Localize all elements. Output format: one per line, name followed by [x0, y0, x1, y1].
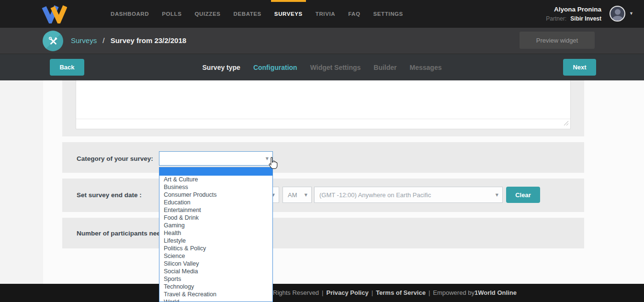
wizard-tabs: Survey typeConfigurationWidget SettingsB… [0, 54, 644, 81]
breadcrumb-separator: / [102, 36, 104, 45]
nav-item[interactable]: QUIZZES [195, 0, 221, 28]
footer-separator: | [322, 289, 323, 296]
brand-logo-icon[interactable] [41, 4, 67, 25]
wizard-tab[interactable]: Survey type [203, 64, 240, 71]
avatar-head-shape [615, 9, 621, 15]
breadcrumb-bar: Surveys / Survey from 23/2/2018 Preview … [0, 28, 644, 54]
breadcrumb-surveys-link[interactable]: Surveys [71, 36, 97, 45]
avatar-shoulders-shape [612, 16, 623, 22]
footer-text: Rights Reserved|Privacy Policy|Terms of … [273, 289, 517, 296]
end-date-label: Set survey end date : [77, 191, 142, 199]
category-option[interactable]: Food & Drink [159, 214, 272, 222]
textarea-resize-handle[interactable] [564, 119, 569, 128]
partner-name: Sibir Invest [570, 15, 601, 22]
am-pm-select[interactable]: AM ▼ [282, 187, 312, 203]
user-info[interactable]: Alyona Pronina Partner: Sibir Invest [546, 5, 601, 23]
participants-label: Number of participants needed [77, 230, 172, 237]
next-button[interactable]: Next [563, 59, 596, 76]
category-option[interactable] [159, 168, 272, 176]
category-select[interactable]: ▼ [159, 151, 273, 166]
survey-description-textarea[interactable] [76, 80, 571, 129]
category-option[interactable]: Health [159, 229, 272, 237]
textarea-divider [76, 119, 570, 119]
user-name: Alyona Pronina [546, 5, 601, 14]
nav-item[interactable]: DASHBOARD [111, 0, 149, 28]
wizard-tab[interactable]: Widget Settings [310, 64, 361, 71]
footer-part: Rights Reserved [273, 289, 319, 296]
user-menu-caret-icon[interactable]: ▼ [629, 11, 633, 16]
category-option[interactable]: Science [159, 252, 272, 260]
wizard-tab-bar: Back Survey typeConfigurationWidget Sett… [0, 54, 644, 80]
category-option[interactable]: Social Media [159, 268, 272, 275]
category-option[interactable]: Silicon Valley [159, 260, 272, 268]
am-pm-value: AM [288, 191, 297, 199]
category-label: Category of your survey: [77, 155, 153, 162]
main-nav: DASHBOARDPOLLSQUIZZESDEBATESSURVEYSTRIVI… [111, 0, 403, 28]
partner-label: Partner: [546, 15, 566, 22]
footer-separator: | [372, 289, 373, 296]
left-rail [0, 80, 43, 284]
nav-item[interactable]: DEBATES [234, 0, 261, 28]
logo-w-icon [41, 4, 67, 23]
chevron-down-icon: ▼ [496, 193, 498, 197]
category-option[interactable]: Sports [159, 275, 272, 283]
category-option[interactable]: Lifestyle [159, 237, 272, 245]
timezone-select[interactable]: (GMT -12:00) Anywhere on Earth Pacific ▼ [314, 187, 503, 203]
footer-part[interactable]: Privacy Policy [327, 289, 369, 296]
nav-item[interactable]: SETTINGS [373, 0, 403, 28]
top-navigation-bar: DASHBOARDPOLLSQUIZZESDEBATESSURVEYSTRIVI… [0, 0, 644, 28]
footer-part: Empowered by [433, 289, 475, 296]
breadcrumb: Surveys / Survey from 23/2/2018 [71, 36, 186, 45]
preview-widget-button[interactable]: Preview widget [520, 32, 595, 49]
wizard-tab[interactable]: Configuration [253, 64, 297, 71]
footer: Rights Reserved|Privacy Policy|Terms of … [0, 284, 644, 302]
category-option[interactable]: Technology [159, 283, 272, 291]
wizard-tab[interactable]: Builder [373, 64, 396, 71]
user-avatar[interactable] [610, 6, 625, 22]
category-option[interactable]: Gaming [159, 222, 272, 229]
nav-item[interactable]: SURVEYS [274, 0, 303, 28]
nav-item[interactable]: FAQ [348, 0, 360, 28]
nav-item[interactable]: POLLS [162, 0, 181, 28]
screen: DASHBOARDPOLLSQUIZZESDEBATESSURVEYSTRIVI… [0, 0, 644, 302]
category-option[interactable]: Art & Culture [159, 176, 272, 183]
crossed-tools-icon [48, 36, 58, 46]
user-partner: Partner: Sibir Invest [546, 14, 601, 23]
wizard-tab[interactable]: Messages [410, 64, 442, 71]
category-option[interactable]: Business [159, 183, 272, 191]
nav-item[interactable]: TRIVIA [316, 0, 335, 28]
footer-separator: | [429, 289, 430, 296]
category-option[interactable]: Politics & Policy [159, 245, 272, 252]
category-dropdown-list: Art & CultureBusinessConsumer ProductsEd… [159, 167, 273, 302]
chevron-down-icon: ▼ [266, 157, 269, 161]
page-title: Survey from 23/2/2018 [111, 36, 186, 45]
clear-date-button[interactable]: Clear [506, 187, 540, 203]
category-option[interactable]: World [159, 298, 272, 302]
footer-part: 1World Online [475, 289, 517, 296]
category-option[interactable]: Entertainment [159, 206, 272, 214]
chevron-down-icon: ▼ [305, 193, 307, 197]
timezone-value: (GMT -12:00) Anywhere on Earth Pacific [319, 191, 431, 199]
survey-tools-icon [43, 31, 63, 51]
category-option[interactable]: Consumer Products [159, 191, 272, 199]
category-option[interactable]: Travel & Recreation [159, 291, 272, 298]
category-option[interactable]: Education [159, 199, 272, 206]
footer-part[interactable]: Terms of Service [376, 289, 426, 296]
